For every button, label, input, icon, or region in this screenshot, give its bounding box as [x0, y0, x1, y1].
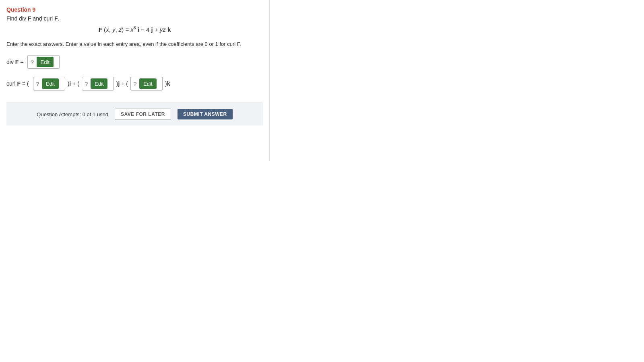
question-instruction: Find div F and curl F.: [6, 15, 263, 22]
div-f-placeholder: ?: [30, 59, 34, 66]
formula-text: F (x, y, z) = x8 i − 4 j + yz k: [99, 26, 171, 33]
bold-f2: F: [54, 15, 58, 22]
curl-f-row: curl F = ( ? Edit )i + ( ? Edit )j + ( ?…: [6, 77, 263, 90]
curl-f-i-input-box: ? Edit: [33, 77, 65, 90]
period: .: [58, 15, 60, 22]
save-for-later-button[interactable]: SAVE FOR LATER: [115, 109, 171, 120]
and-text: and curl: [31, 15, 54, 22]
curl-f-j-edit-button[interactable]: Edit: [91, 78, 107, 89]
curl-i-label: )i + (: [68, 80, 79, 87]
curl-f-k-edit-button[interactable]: Edit: [139, 78, 156, 89]
curl-f-label: curl F = (: [6, 80, 29, 87]
instructions-text: Enter the exact answers. Enter a value i…: [6, 41, 263, 47]
div-f-edit-button[interactable]: Edit: [37, 57, 54, 67]
curl-f-k-input-box: ? Edit: [130, 77, 163, 90]
div-f-input-box: ? Edit: [27, 55, 60, 69]
footer-bar: Question Attempts: 0 of 1 used SAVE FOR …: [6, 103, 263, 125]
curl-f-k-placeholder: ?: [133, 80, 137, 87]
instructions-detail: Enter the exact answers. Enter a value i…: [6, 41, 241, 47]
curl-k-label: )k: [165, 80, 170, 87]
curl-j-label: )j + (: [116, 80, 128, 87]
curl-f-j-placeholder: ?: [85, 80, 88, 87]
div-f-label: div F =: [6, 59, 23, 65]
curl-f-i-edit-button[interactable]: Edit: [42, 78, 59, 89]
find-text: Find div: [6, 15, 28, 22]
div-f-row: div F = ? Edit: [6, 55, 263, 69]
attempts-label: Question Attempts: 0 of 1 used: [37, 111, 108, 117]
submit-answer-button[interactable]: SUBMIT ANSWER: [178, 109, 233, 119]
curl-f-j-input-box: ? Edit: [82, 77, 114, 90]
curl-f-i-placeholder: ?: [36, 80, 39, 87]
formula-display: F (x, y, z) = x8 i − 4 j + yz k: [6, 26, 263, 33]
question-container: Question 9 Find div F and curl F. F (x, …: [0, 0, 270, 161]
question-title: Question 9: [6, 6, 263, 13]
